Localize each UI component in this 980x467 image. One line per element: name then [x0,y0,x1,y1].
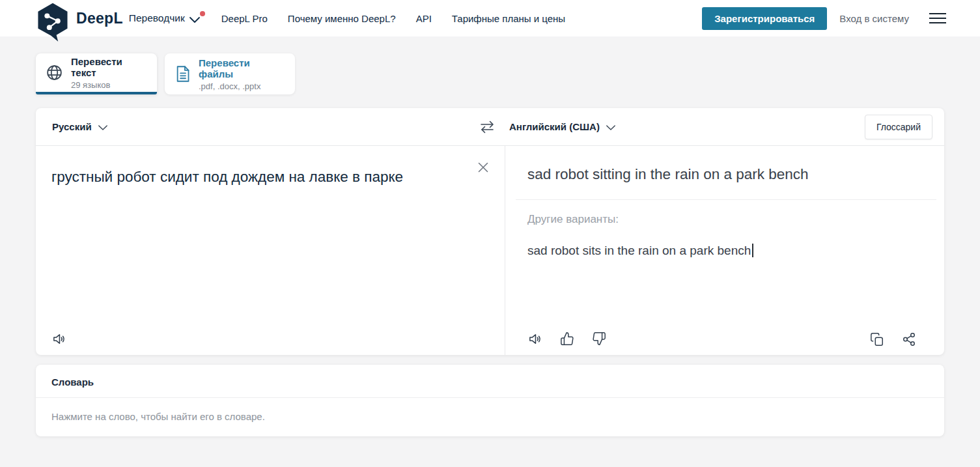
text-cursor [752,244,753,257]
tab-translate-text-subtitle: 29 языков [71,80,147,90]
dictionary-card: Словарь Нажмите на слово, чтобы найти ег… [36,365,944,436]
dictionary-title: Словарь [36,365,944,398]
tab-translate-text[interactable]: Перевести текст 29 языков [36,53,157,94]
glossary-button[interactable]: Глоссарий [865,115,932,139]
thumbs-up-icon[interactable] [560,332,574,347]
divider [516,199,936,200]
alternative-translation[interactable]: sad robot sits in the rain on a park ben… [527,244,935,258]
speaker-icon[interactable] [51,332,66,347]
document-icon [175,65,191,83]
header-actions: Зарегистрироваться Вход в систему [702,7,946,30]
main-nav: DeepL Pro Почему именно DeepL? API Тариф… [221,13,565,24]
nav-item-why-deepl[interactable]: Почему именно DeepL? [288,13,396,24]
chevron-down-icon[interactable] [98,122,108,131]
tab-translate-files[interactable]: Перевести файлы .pdf, .docx, .pptx [165,53,295,94]
tab-translate-text-title: Перевести текст [71,56,147,78]
copy-icon[interactable] [870,332,884,347]
source-panel: грустный робот сидит под дождем на лавке… [36,146,505,355]
source-language-label[interactable]: Русский [52,121,92,132]
clear-source-icon[interactable] [478,162,488,173]
signup-button[interactable]: Зарегистрироваться [702,7,827,30]
mode-tabs: Перевести текст 29 языков Перевести файл… [36,53,944,94]
deepl-logo-icon[interactable] [36,3,70,43]
source-text-input[interactable]: грустный робот сидит под дождем на лавке… [51,164,419,190]
tab-translate-files-subtitle: .pdf, .docx, .pptx [199,81,285,91]
source-language-selector[interactable]: Русский [36,121,487,132]
translator-card: Русский Английский (США) Глоссарий [36,108,944,355]
translation-panels: грустный робот сидит под дождем на лавке… [36,146,944,355]
chevron-down-icon[interactable] [189,14,201,23]
tab-translate-files-title: Перевести файлы [199,57,285,79]
globe-icon [46,64,63,81]
target-language-label[interactable]: Английский (США) [509,121,600,132]
target-language-selector: Английский (США) Глоссарий [487,115,944,139]
share-icon[interactable] [902,332,916,347]
dictionary-hint: Нажмите на слово, чтобы найти его в слов… [36,398,944,436]
speaker-icon[interactable] [527,332,542,347]
translation-text[interactable]: sad robot sitting in the rain on a park … [527,163,935,186]
nav-item-api[interactable]: API [416,13,432,24]
thumbs-down-icon[interactable] [592,332,606,347]
nav-item-pricing[interactable]: Тарифные планы и цены [452,13,565,24]
alternatives-label: Другие варианты: [527,213,935,226]
nav-item-deepl-pro[interactable]: DeepL Pro [221,13,268,24]
login-link[interactable]: Вход в систему [839,13,909,24]
page-content: Перевести текст 29 языков Перевести файл… [0,53,980,436]
hamburger-menu-icon[interactable] [929,10,946,26]
brand-name[interactable]: DeepL [76,10,123,27]
product-switcher-label[interactable]: Переводчик [129,12,185,24]
chevron-down-icon[interactable] [606,122,616,131]
swap-languages-icon[interactable] [479,120,496,134]
target-panel: sad robot sitting in the rain on a park … [505,146,944,355]
language-bar: Русский Английский (США) Глоссарий [36,108,944,146]
notification-dot [200,11,205,16]
top-navigation-bar: DeepL Переводчик DeepL Pro Почему именно… [0,0,980,36]
